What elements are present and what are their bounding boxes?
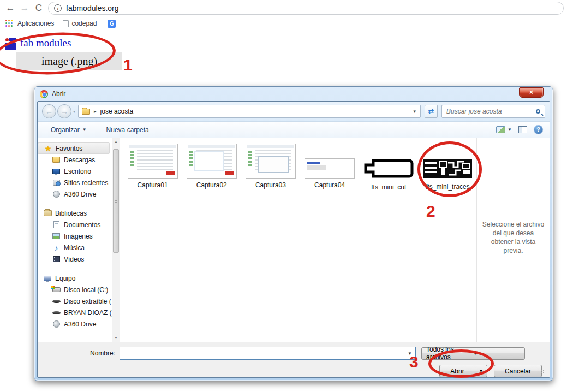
file-captura03[interactable]: Captura03 — [245, 144, 296, 189]
file-captura01[interactable]: Captura01 — [127, 144, 178, 189]
sidebar-item-videos[interactable]: Vídeos — [38, 253, 112, 265]
removable-disk-icon — [52, 297, 61, 306]
views-icon — [496, 126, 505, 133]
search-input[interactable] — [446, 108, 536, 115]
removable-disk-icon — [52, 308, 61, 317]
download-folder-icon — [52, 156, 61, 164]
translate-icon[interactable]: G — [108, 20, 116, 28]
filename-combo[interactable]: ▼ — [120, 347, 416, 360]
filename-dropdown-icon[interactable]: ▼ — [404, 351, 415, 356]
webpage-content: fab modules image (.png) — [0, 31, 567, 86]
views-button[interactable]: ▼ — [496, 126, 512, 133]
sidebar-item-a360-drive-2[interactable]: A360 Drive — [38, 318, 112, 330]
file-fts-mini-traces[interactable]: fts_mini_traces — [422, 159, 473, 191]
chrome-icon — [40, 90, 48, 98]
sidebar-item-descargas[interactable]: Descargas — [38, 154, 112, 165]
preview-pane: Seleccione el archivo del que desea obte… — [477, 138, 550, 342]
thumbnail-fts-mini-cut — [363, 158, 414, 181]
sidebar-section-equipo[interactable]: Equipo — [38, 272, 112, 284]
file-list: Captura01 Captura02 Captura03 — [120, 138, 476, 342]
thumbnail-captura01 — [128, 144, 178, 179]
recent-places-icon — [52, 179, 61, 187]
url-text: fabmodules.org — [66, 4, 119, 13]
back-nav-icon[interactable]: ← — [42, 104, 56, 118]
address-bar[interactable]: ▸ jose acosta ▾ — [78, 105, 421, 118]
fab-modules-link[interactable]: fab modules — [20, 37, 71, 49]
sidebar-item-imagenes[interactable]: Imágenes — [38, 230, 112, 242]
resize-grip[interactable] — [540, 369, 545, 374]
chevron-down-icon: ▼ — [508, 127, 512, 132]
sidebar-section-favoritos[interactable]: ★ Favoritos — [38, 142, 110, 154]
open-button[interactable]: Abrir — [439, 365, 475, 377]
search-box[interactable] — [441, 105, 545, 118]
image-format-selector[interactable]: image (.png) — [16, 52, 122, 70]
sidebar-section-bibliotecas[interactable]: Bibliotecas — [38, 207, 112, 219]
page-info-icon[interactable]: i — [54, 4, 62, 12]
filename-label: Nombre: — [44, 349, 120, 357]
refresh-icon[interactable]: ⇄ — [425, 105, 438, 118]
new-folder-button[interactable]: Nueva carpeta — [106, 126, 149, 134]
sidebar-item-a360-drive[interactable]: A360 Drive — [38, 188, 112, 200]
dialog-titlebar[interactable]: Abrir — [34, 87, 553, 101]
filename-input[interactable] — [120, 349, 404, 357]
file-type-select[interactable]: Todos los archivos ▼ — [421, 347, 525, 360]
dialog-footer: Nombre: ▼ Todos los archivos ▼ Abrir ▼ — [38, 342, 550, 377]
scrollbar-thumb[interactable] — [113, 149, 119, 253]
forward-nav-icon[interactable]: → — [57, 104, 71, 118]
sidebar-scrollbar[interactable]: ▲ ▼ — [112, 138, 120, 342]
dialog-toolbar: Organizar ▼ Nueva carpeta ▼ ? — [38, 122, 550, 138]
dialog-title: Abrir — [52, 90, 65, 98]
pictures-icon — [52, 232, 61, 241]
thumbnail-captura03 — [246, 144, 296, 179]
sidebar-item-bryan-dioaz[interactable]: BRYAN DIOAZ ( — [38, 307, 112, 318]
close-icon[interactable]: × — [519, 87, 544, 98]
thumbnail-captura02 — [187, 144, 237, 179]
libraries-icon — [43, 209, 52, 218]
file-fts-mini-cut[interactable]: fts_mini_cut — [363, 158, 414, 191]
back-icon[interactable]: ← — [3, 3, 17, 14]
breadcrumb-arrow-icon: ▸ — [94, 109, 97, 114]
file-captura04[interactable]: Captura04 — [305, 158, 355, 189]
documents-icon — [52, 221, 61, 229]
cancel-button[interactable]: Cancelar — [494, 365, 542, 377]
help-icon[interactable]: ? — [534, 125, 543, 134]
a360-drive-icon — [52, 190, 61, 199]
scroll-down-icon[interactable]: ▼ — [114, 334, 118, 342]
sidebar-item-sitios-recientes[interactable]: Sitios recientes — [38, 177, 112, 188]
music-icon: ♪ — [52, 243, 61, 252]
nav-history-chevron-icon[interactable]: ▾ — [73, 109, 75, 114]
sidebar-item-escritorio[interactable]: Escritorio — [38, 165, 112, 177]
sidebar-item-disco-extraible[interactable]: Disco extraíble ( — [38, 295, 112, 307]
chevron-down-icon: ▼ — [473, 351, 520, 356]
browser-toolbar: ← → C i fabmodules.org — [0, 0, 567, 16]
forward-icon[interactable]: → — [17, 3, 32, 14]
breadcrumb[interactable]: jose acosta — [100, 108, 413, 115]
url-bar[interactable]: i fabmodules.org — [48, 2, 564, 15]
page-icon — [63, 20, 69, 27]
thumbnail-fts-mini-traces — [423, 159, 472, 180]
open-dropdown-icon[interactable]: ▼ — [475, 365, 487, 377]
apps-grid-icon[interactable] — [5, 20, 13, 27]
address-dropdown-icon[interactable]: ▾ — [412, 109, 417, 114]
star-icon: ★ — [44, 144, 52, 153]
file-captura02[interactable]: Captura02 — [186, 144, 237, 189]
bookmark-aplicaciones[interactable]: Aplicaciones — [17, 20, 54, 27]
sidebar-item-disco-local[interactable]: Disco local (C:) — [38, 284, 112, 295]
organize-button[interactable]: Organizar ▼ — [51, 126, 87, 134]
preview-pane-toggle-icon[interactable] — [518, 126, 527, 133]
a360-drive-icon — [52, 320, 61, 329]
search-icon — [536, 109, 540, 114]
thumbnail-captura04 — [305, 158, 355, 179]
sidebar-item-musica[interactable]: ♪ Música — [38, 242, 112, 253]
chevron-down-icon: ▼ — [82, 127, 87, 132]
fab-modules-logo-icon — [5, 38, 17, 50]
reload-icon[interactable]: C — [32, 3, 46, 14]
sidebar-item-documentos[interactable]: Documentos — [38, 219, 112, 230]
folder-icon — [82, 109, 90, 115]
scroll-up-icon[interactable]: ▲ — [114, 138, 118, 146]
local-disk-icon — [52, 286, 61, 294]
bookmark-codepad[interactable]: codepad — [71, 20, 97, 27]
computer-icon — [43, 274, 52, 283]
dialog-body: ← → ▾ ▸ jose acosta ▾ ⇄ Organizar ▼ Nuev… — [37, 101, 550, 378]
navigation-sidebar: ★ Favoritos Descargas Escritorio Sitios … — [38, 138, 112, 342]
